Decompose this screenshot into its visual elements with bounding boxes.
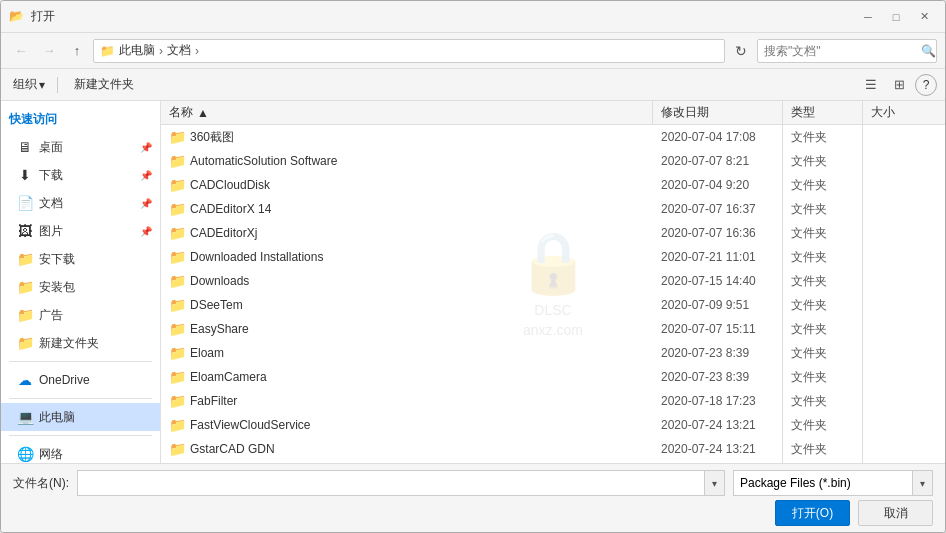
column-type-header[interactable]: 类型 [783,101,863,124]
file-name-label: FabFilter [190,394,237,408]
column-size-label: 大小 [871,104,895,121]
sidebar-item-documents[interactable]: 📄 文档 📌 [1,189,160,217]
file-name-cell: 📁 FastViewCloudService [161,413,653,437]
table-row[interactable]: 📁 Eloam 2020-07-23 8:39 文件夹 [161,341,945,365]
help-button[interactable]: ? [915,74,937,96]
minimize-button[interactable]: ─ [855,7,881,27]
file-size-cell [863,197,933,221]
sidebar-item-downloads[interactable]: ⬇ 下载 📌 [1,161,160,189]
file-name-label: EasyShare [190,322,249,336]
organize-chevron-icon: ▾ [39,78,45,92]
sidebar-item-pictures[interactable]: 🖼 图片 📌 [1,217,160,245]
folder-icon: 📁 [169,441,186,457]
table-row[interactable]: 📁 Downloaded Installations 2020-07-21 11… [161,245,945,269]
documents-icon: 📄 [17,195,33,211]
file-name-cell: 📁 360截图 [161,125,653,149]
organize-button[interactable]: 组织 ▾ [9,73,49,97]
file-name-cell: 📁 CADEditorX 14 [161,197,653,221]
folder-icon: 📁 [169,417,186,433]
filename-input-container: ▾ [77,470,725,496]
table-row[interactable]: 📁 CADEditorXj 2020-07-07 16:36 文件夹 [161,221,945,245]
table-row[interactable]: 📁 GstarCAD GDN 2020-07-24 13:21 文件夹 [161,437,945,461]
sidebar-item-install-downloads[interactable]: 📁 安下载 [1,245,160,273]
table-row[interactable]: 📁 FabFilter 2020-07-18 17:23 文件夹 [161,389,945,413]
table-row[interactable]: 📁 FastViewCloudService 2020-07-24 13:21 … [161,413,945,437]
file-date-cell: 2020-07-07 16:36 [653,221,783,245]
file-date-cell: 2020-07-04 17:08 [653,125,783,149]
file-type-cell: 文件夹 [783,125,863,149]
file-name-label: EloamCamera [190,370,267,384]
folder-icon: 📁 [169,393,186,409]
table-row[interactable]: 📁 Downloads 2020-07-15 14:40 文件夹 [161,269,945,293]
search-button[interactable]: 🔍 [920,40,936,62]
sidebar-onedrive-label: OneDrive [39,373,90,387]
breadcrumb-sep2: › [195,44,199,58]
open-button[interactable]: 打开(O) [775,500,850,526]
table-row[interactable]: 📁 AutomaticSolution Software 2020-07-07 … [161,149,945,173]
desktop-icon: 🖥 [17,139,33,155]
file-name-cell: 📁 HCPDFConvert [161,461,653,463]
file-date-cell: 2020-07-07 16:37 [653,197,783,221]
column-date-header[interactable]: 修改日期 [653,101,783,124]
table-row[interactable]: 📁 CADCloudDisk 2020-07-04 9:20 文件夹 [161,173,945,197]
new-folder-button[interactable]: 新建文件夹 [66,73,142,97]
maximize-button[interactable]: □ [883,7,909,27]
file-type-cell: 文件夹 [783,149,863,173]
sidebar-ads-label: 广告 [39,307,63,324]
forward-button[interactable]: → [37,39,61,63]
refresh-button[interactable]: ↻ [729,39,753,63]
file-date-cell: 2020-07-07 15:11 [653,317,783,341]
file-type-cell: 文件夹 [783,461,863,463]
navigation-toolbar: ← → ↑ 📁 此电脑 › 文档 › ↻ 🔍 [1,33,945,69]
file-date-label: 2020-07-23 8:39 [661,346,749,360]
filetype-select[interactable]: Package Files (*.bin) [733,470,913,496]
sidebar-item-network[interactable]: 🌐 网络 [1,440,160,463]
table-row[interactable]: 📁 EasyShare 2020-07-07 15:11 文件夹 [161,317,945,341]
file-date-cell: 2020-07-24 13:21 [653,437,783,461]
table-row[interactable]: 📁 CADEditorX 14 2020-07-07 16:37 文件夹 [161,197,945,221]
view-grid-button[interactable]: ⊞ [887,73,911,97]
filename-dropdown-button[interactable]: ▾ [705,470,725,496]
file-date-cell: 2020-07-18 17:23 [653,389,783,413]
filetype-dropdown-button[interactable]: ▾ [913,470,933,496]
table-row[interactable]: 📁 DSeeTem 2020-07-09 9:51 文件夹 [161,293,945,317]
pin-icon-dl: 📌 [140,170,152,181]
install-pkg-icon: 📁 [17,279,33,295]
new-folder-icon: 📁 [17,335,33,351]
column-name-header[interactable]: 名称 ▲ [161,101,653,124]
sidebar-item-desktop[interactable]: 🖥 桌面 📌 [1,133,160,161]
file-date-label: 2020-07-07 16:36 [661,226,756,240]
back-button[interactable]: ← [9,39,33,63]
file-size-cell [863,437,933,461]
dialog-title: 打开 [31,8,855,25]
sidebar-item-this-pc[interactable]: 💻 此电脑 [1,403,160,431]
file-type-cell: 文件夹 [783,197,863,221]
close-button[interactable]: ✕ [911,7,937,27]
file-type-cell: 文件夹 [783,173,863,197]
onedrive-icon: ☁ [17,372,33,388]
sidebar-item-ads[interactable]: 📁 广告 [1,301,160,329]
search-input[interactable] [758,44,920,58]
breadcrumb-icon: 📁 [100,44,115,58]
file-size-cell [863,173,933,197]
file-name-cell: 📁 Eloam [161,341,653,365]
sidebar-install-downloads-label: 安下载 [39,251,75,268]
breadcrumb[interactable]: 📁 此电脑 › 文档 › [93,39,725,63]
sidebar-item-new-folder[interactable]: 📁 新建文件夹 [1,329,160,357]
network-icon: 🌐 [17,446,33,462]
up-button[interactable]: ↑ [65,39,89,63]
table-row[interactable]: 📁 360截图 2020-07-04 17:08 文件夹 [161,125,945,149]
sidebar-item-onedrive[interactable]: ☁ OneDrive [1,366,160,394]
cancel-button[interactable]: 取消 [858,500,933,526]
filename-input[interactable] [77,470,705,496]
view-toggle-button[interactable]: ☰ [859,73,883,97]
file-type-label: 文件夹 [791,441,827,458]
sidebar-documents-label: 文档 [39,195,63,212]
file-date-cell: 2020-07-07 8:21 [653,149,783,173]
file-date-label: 2020-07-07 8:21 [661,154,749,168]
file-date-cell: 2020-07-15 14:40 [653,269,783,293]
sidebar-item-install-pkg[interactable]: 📁 安装包 [1,273,160,301]
column-size-header[interactable]: 大小 [863,101,933,124]
table-row[interactable]: 📁 EloamCamera 2020-07-23 8:39 文件夹 [161,365,945,389]
table-row[interactable]: 📁 HCPDFConvert 2020-07-15 14:26 文件夹 [161,461,945,463]
